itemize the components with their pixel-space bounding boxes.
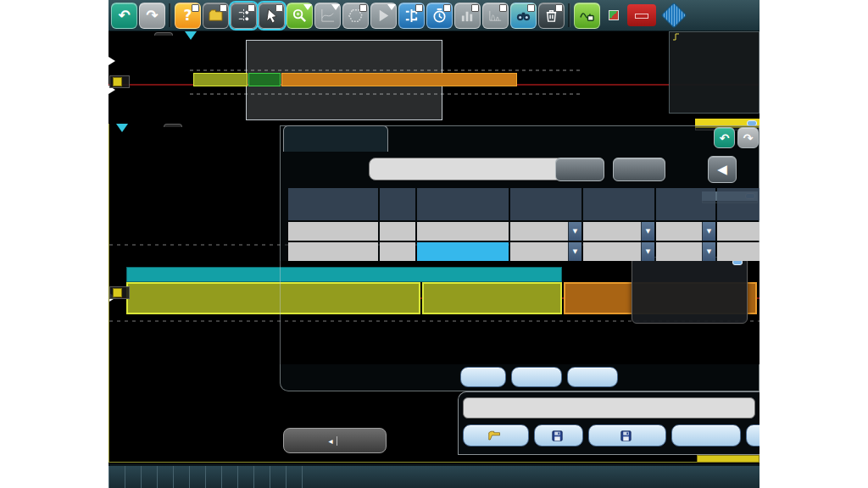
fft-button[interactable] bbox=[482, 3, 509, 29]
menu-vertical[interactable] bbox=[157, 466, 173, 488]
condition-1[interactable] bbox=[417, 242, 509, 261]
horizontal-trigger-panel[interactable] bbox=[669, 31, 760, 114]
measurement-button[interactable] bbox=[398, 3, 425, 29]
trigger-position-marker[interactable] bbox=[185, 31, 197, 40]
help-button[interactable]: ? bbox=[175, 3, 201, 29]
color-0[interactable]: ▼ bbox=[656, 222, 715, 241]
deskew-button[interactable] bbox=[231, 3, 257, 29]
clipped-button[interactable] bbox=[746, 424, 760, 446]
col-header-cell-name bbox=[288, 188, 378, 220]
hd-badge bbox=[627, 4, 656, 26]
mask-test-button[interactable] bbox=[342, 3, 369, 29]
toolbar-separator bbox=[568, 3, 570, 27]
menu-horizontal[interactable] bbox=[125, 466, 141, 488]
dialog-undo-button[interactable]: ↶ bbox=[714, 127, 735, 148]
tab-frame-format[interactable] bbox=[283, 125, 388, 152]
save-button[interactable] bbox=[534, 424, 583, 446]
cell-name-1[interactable] bbox=[288, 242, 378, 261]
tab-zoom1[interactable] bbox=[164, 124, 182, 127]
corner-dropdown bbox=[303, 4, 312, 10]
color-1[interactable]: ▼ bbox=[656, 242, 715, 261]
menu-tutorials[interactable] bbox=[286, 466, 303, 488]
save-as-button[interactable] bbox=[588, 424, 666, 446]
menu-display[interactable] bbox=[270, 466, 286, 488]
undo-button[interactable]: ↶ bbox=[111, 3, 137, 29]
add-button[interactable] bbox=[555, 158, 604, 181]
configuration-toggle-button[interactable]: ◂ bbox=[283, 428, 387, 453]
frame-type-input[interactable] bbox=[369, 158, 564, 180]
bit-order-0[interactable]: ▼ bbox=[583, 222, 654, 241]
redo-icon: ↷ bbox=[743, 132, 754, 144]
menu-masks[interactable] bbox=[221, 466, 237, 488]
explore-button[interactable] bbox=[671, 424, 741, 446]
remove-cell-button[interactable] bbox=[511, 367, 562, 387]
upper-level-marker[interactable] bbox=[108, 57, 115, 65]
menu-search[interactable] bbox=[237, 466, 253, 488]
numeric-format-1[interactable]: ▼ bbox=[510, 242, 581, 261]
rohde-schwarz-logo bbox=[660, 2, 687, 28]
bit-count-0[interactable] bbox=[380, 222, 415, 241]
left-arrow-icon: ◀ bbox=[717, 162, 727, 177]
display-layout-button[interactable] bbox=[314, 3, 341, 29]
trigger-position-marker[interactable] bbox=[116, 124, 128, 132]
serbus1-badge[interactable] bbox=[632, 257, 748, 324]
insert-button[interactable] bbox=[460, 367, 506, 387]
delete-button[interactable] bbox=[538, 3, 565, 29]
menu-cursor[interactable] bbox=[189, 466, 205, 488]
menu-analysis[interactable] bbox=[253, 466, 270, 488]
cell-name-0[interactable] bbox=[288, 222, 378, 241]
dropdown-arrow-icon[interactable]: ▼ bbox=[641, 242, 654, 261]
corner-checkbox bbox=[248, 4, 255, 12]
menu-trigger[interactable] bbox=[141, 466, 157, 488]
append-button[interactable] bbox=[567, 367, 618, 387]
corner-checkbox bbox=[220, 4, 227, 12]
bus1-label[interactable] bbox=[109, 286, 130, 299]
ch1-signal-bar[interactable] bbox=[697, 455, 760, 463]
bus1-label[interactable] bbox=[109, 75, 130, 88]
menu-meas[interactable] bbox=[205, 466, 221, 488]
numeric-format-0[interactable]: ▼ bbox=[510, 222, 581, 241]
col-header-numeric-format bbox=[510, 188, 581, 220]
tab-diagram1[interactable] bbox=[154, 32, 173, 36]
dropdown-arrow-icon[interactable]: ▼ bbox=[702, 222, 715, 241]
histogram-button[interactable] bbox=[454, 3, 481, 29]
bottom-menubar bbox=[108, 464, 760, 488]
dropdown-arrow-icon[interactable]: ▼ bbox=[568, 242, 581, 261]
remove-button[interactable] bbox=[613, 158, 665, 181]
help-icon: ? bbox=[184, 8, 192, 23]
rising-edge-icon bbox=[672, 33, 680, 41]
prev-frame-button[interactable]: ◀ bbox=[708, 156, 737, 183]
zoom-button[interactable] bbox=[287, 3, 313, 29]
condition-0[interactable] bbox=[417, 222, 509, 241]
dropdown-arrow-icon[interactable]: ▼ bbox=[702, 242, 715, 261]
open-button[interactable] bbox=[463, 424, 529, 446]
dropdown-arrow-icon[interactable]: ▼ bbox=[641, 222, 654, 241]
menu-math[interactable] bbox=[173, 466, 189, 488]
decode-data bbox=[281, 73, 517, 86]
menu-file[interactable] bbox=[108, 466, 125, 488]
result-color-1[interactable] bbox=[717, 242, 760, 261]
desktop: ↶ ↷ ? bbox=[0, 0, 868, 488]
annotation-button[interactable] bbox=[574, 3, 600, 29]
corner-dropdown bbox=[387, 4, 396, 10]
redo-button[interactable]: ↷ bbox=[139, 3, 165, 29]
bit-count-1[interactable] bbox=[380, 242, 415, 261]
search-button[interactable] bbox=[510, 3, 537, 29]
hd-sub-bar bbox=[635, 14, 648, 19]
filename-input[interactable] bbox=[463, 397, 755, 419]
dialog-redo-button[interactable]: ↷ bbox=[737, 127, 759, 148]
trigger-flag-button[interactable] bbox=[370, 3, 397, 29]
collapse-arrow-icon: ◂ bbox=[328, 436, 337, 446]
open-folder-icon bbox=[488, 430, 501, 441]
toolbar: ↶ ↷ ? bbox=[108, 0, 760, 31]
result-color-0[interactable] bbox=[717, 222, 760, 241]
file-open-button[interactable] bbox=[203, 3, 229, 29]
quick-measurement-button[interactable] bbox=[426, 3, 453, 29]
corner-checkbox bbox=[555, 4, 563, 12]
cursor-select-button[interactable] bbox=[259, 3, 285, 29]
corner-checkbox bbox=[275, 4, 283, 12]
frame-band bbox=[126, 267, 562, 282]
diagram1-main bbox=[108, 31, 760, 124]
dropdown-arrow-icon[interactable]: ▼ bbox=[568, 222, 581, 241]
bit-order-1[interactable]: ▼ bbox=[583, 242, 654, 261]
